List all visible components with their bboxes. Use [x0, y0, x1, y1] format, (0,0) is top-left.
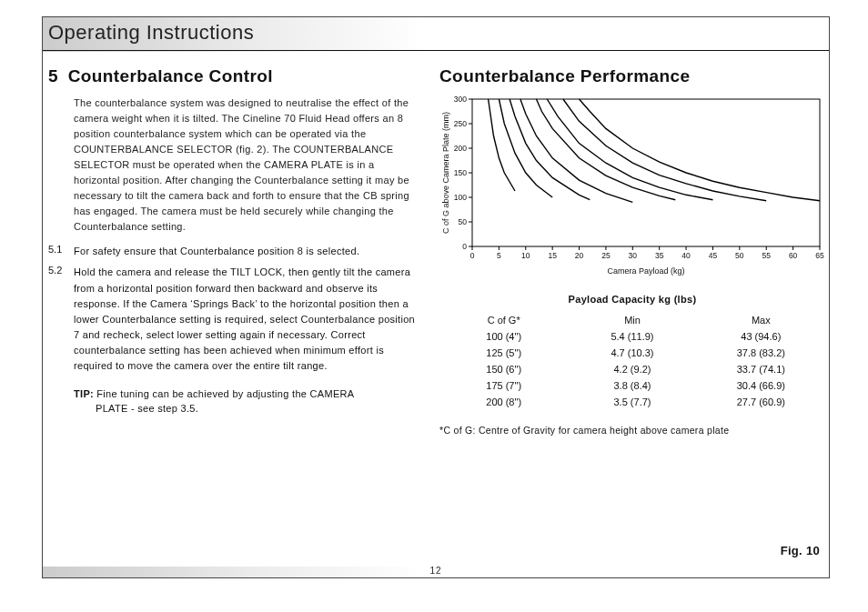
table-row: 100 (4") 5.4 (11.9) 43 (94.6) — [439, 328, 825, 345]
right-column: Counterbalance Performance 0510152025303… — [439, 66, 825, 436]
page-frame: Operating Instructions 5 Counterbalance … — [42, 16, 830, 578]
table-header-cog: C of G* — [439, 315, 568, 326]
table-cell: 30.4 (66.9) — [697, 380, 825, 391]
svg-text:100: 100 — [454, 193, 467, 202]
tip-line-1: Fine tuning can be achieved by adjusting… — [94, 388, 354, 399]
svg-text:50: 50 — [459, 217, 468, 226]
table-cell: 3.8 (8.4) — [568, 380, 696, 391]
svg-text:45: 45 — [709, 251, 718, 260]
svg-text:35: 35 — [655, 251, 664, 260]
table-cell: 150 (6") — [439, 364, 568, 375]
svg-text:60: 60 — [789, 251, 798, 260]
table-cell: 100 (4") — [439, 331, 568, 342]
table-cell: 37.8 (83.2) — [697, 347, 825, 358]
step-number: 5.1 — [48, 244, 74, 259]
step-5-1: 5.1 For safety ensure that Counterbalanc… — [48, 244, 423, 259]
svg-text:40: 40 — [681, 251, 691, 260]
table-cell: 4.7 (10.3) — [568, 347, 696, 358]
page-title: Operating Instructions — [48, 21, 254, 45]
tip-block: TIP: Fine tuning can be achieved by adju… — [74, 386, 423, 416]
table-row: 200 (8") 3.5 (7.7) 27.7 (60.9) — [439, 394, 825, 410]
svg-text:200: 200 — [454, 144, 467, 153]
svg-text:55: 55 — [762, 251, 771, 260]
table-cell: 43 (94.6) — [697, 331, 825, 342]
table-header-max: Max — [697, 315, 825, 326]
table-cell: 200 (8") — [439, 396, 568, 407]
page-number: 12 — [43, 566, 829, 576]
section-heading-counterbalance-performance: Counterbalance Performance — [439, 66, 825, 86]
svg-text:65: 65 — [815, 251, 824, 260]
table-row: 150 (6") 4.2 (9.2) 33.7 (74.1) — [439, 361, 825, 377]
svg-text:15: 15 — [548, 251, 557, 260]
table-cell: 175 (7") — [439, 380, 568, 391]
svg-text:C of G  above Camera Plate (mm: C of G above Camera Plate (mm) — [441, 112, 450, 234]
left-column: 5 Counterbalance Control The counterbala… — [48, 66, 423, 416]
table-cell: 3.5 (7.7) — [568, 396, 696, 407]
figure-label: Fig. 10 — [781, 544, 820, 557]
section-title-text: Counterbalance Control — [68, 66, 273, 85]
table-row: 175 (7") 3.8 (8.4) 30.4 (66.9) — [439, 377, 825, 394]
svg-text:250: 250 — [454, 119, 467, 128]
svg-text:0: 0 — [470, 251, 475, 260]
tip-label: TIP: — [74, 388, 94, 399]
table-row: 125 (5") 4.7 (10.3) 37.8 (83.2) — [439, 345, 825, 361]
svg-text:50: 50 — [735, 251, 744, 260]
counterbalance-chart: 0510152025303540455055606505010015020025… — [439, 95, 825, 277]
intro-paragraph: The counterbalance system was designed t… — [74, 95, 423, 235]
table-title: Payload Capacity kg (lbs) — [439, 294, 825, 305]
table-header-row: C of G* Min Max — [439, 312, 825, 328]
svg-text:0: 0 — [462, 242, 467, 251]
table-cell: 125 (5") — [439, 347, 568, 358]
tip-line-2: PLATE - see step 3.5. — [96, 401, 423, 416]
step-number: 5.2 — [48, 265, 74, 373]
step-5-2: 5.2 Hold the camera and release the TILT… — [48, 265, 423, 373]
table-cell: 33.7 (74.1) — [697, 364, 825, 375]
svg-rect-0 — [472, 99, 820, 246]
svg-text:20: 20 — [575, 251, 584, 260]
payload-capacity-table: Payload Capacity kg (lbs) C of G* Min Ma… — [439, 294, 825, 410]
table-cell: 27.7 (60.9) — [697, 396, 825, 407]
chart-svg: 0510152025303540455055606505010015020025… — [439, 95, 825, 277]
table-cell: 4.2 (9.2) — [568, 364, 696, 375]
svg-text:Camera Payload (kg): Camera Payload (kg) — [607, 266, 684, 276]
table-header-min: Min — [568, 315, 696, 326]
cog-footnote: *C of G: Centre of Gravity for camera he… — [439, 425, 825, 436]
section-heading-counterbalance-control: 5 Counterbalance Control — [48, 66, 423, 86]
svg-text:10: 10 — [521, 251, 530, 260]
header-rule — [43, 50, 829, 51]
step-text: Hold the camera and release the TILT LOC… — [74, 265, 423, 373]
table-cell: 5.4 (11.9) — [568, 331, 696, 342]
svg-text:5: 5 — [497, 251, 501, 260]
svg-text:150: 150 — [454, 168, 467, 177]
svg-text:300: 300 — [454, 95, 467, 104]
section-number: 5 — [48, 66, 63, 86]
svg-text:30: 30 — [629, 251, 638, 260]
step-text: For safety ensure that Counterbalance po… — [74, 244, 423, 259]
svg-text:25: 25 — [601, 251, 611, 260]
